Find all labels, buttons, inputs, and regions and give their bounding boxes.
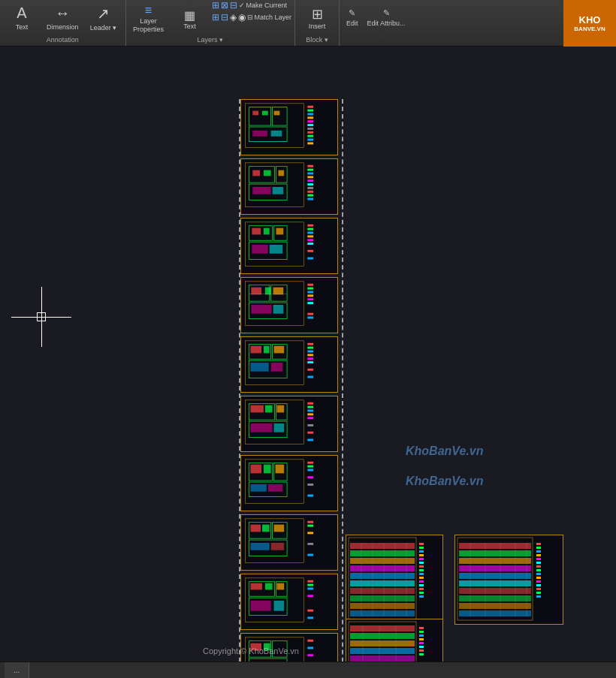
- svg-rect-115: [307, 438, 313, 441]
- svg-rect-121: [250, 465, 261, 474]
- sheet-6: [240, 396, 338, 452]
- svg-rect-104: [265, 405, 273, 413]
- canvas-area: KhoBanVe.vn KhoBanVe.vn Copyright © KhoB…: [0, 47, 616, 678]
- svg-rect-116: [242, 456, 337, 511]
- insert-label: Insert: [309, 23, 326, 30]
- svg-rect-16: [307, 120, 313, 122]
- svg-rect-246: [536, 573, 541, 575]
- svg-rect-53: [307, 224, 313, 227]
- svg-rect-34: [307, 169, 313, 171]
- svg-rect-229: [459, 588, 531, 594]
- svg-rect-145: [307, 543, 313, 545]
- svg-rect-78: [307, 313, 313, 315]
- svg-rect-129: [307, 476, 313, 478]
- svg-rect-48: [252, 228, 261, 235]
- svg-rect-206: [419, 543, 424, 545]
- leader-label: Leader ▾: [90, 24, 117, 32]
- svg-rect-213: [419, 569, 424, 571]
- bottom-sheet-2-drawing: [455, 535, 563, 625]
- layer-icon-6[interactable]: ◈: [230, 12, 237, 23]
- sheet-2-drawing: [241, 159, 337, 214]
- toolbar: A Text ↔ Dimension ↗ Leader ▾ Annotation: [0, 0, 616, 47]
- svg-rect-152: [250, 583, 262, 590]
- svg-rect-232: [459, 610, 531, 616]
- layer-icon-4[interactable]: ⊞: [212, 12, 219, 23]
- svg-rect-199: [350, 603, 415, 609]
- svg-rect-161: [307, 610, 313, 612]
- svg-rect-252: [536, 595, 541, 598]
- svg-rect-255: [350, 625, 415, 631]
- sheet-7: [240, 455, 338, 511]
- svg-rect-88: [250, 363, 268, 372]
- text-button[interactable]: A Text: [3, 0, 41, 37]
- svg-rect-220: [419, 595, 424, 598]
- svg-rect-271: [419, 646, 424, 648]
- layer-icon-7[interactable]: ◉: [238, 12, 246, 23]
- svg-rect-123: [276, 465, 285, 474]
- layer-icon-2[interactable]: ⊠: [221, 0, 228, 11]
- svg-rect-37: [307, 179, 313, 182]
- edit-button[interactable]: ✎ Edit: [343, 7, 362, 29]
- table-button[interactable]: ▦ Text: [171, 0, 209, 38]
- svg-rect-156: [274, 601, 285, 611]
- layers-section: ≡ LayerProperties ▦ Text ⊞ ⊠ ⊟ ✓ Make: [126, 0, 296, 46]
- svg-rect-94: [307, 357, 313, 360]
- watermark-1: KhoBanVe.vn: [406, 444, 483, 458]
- svg-rect-153: [265, 583, 273, 590]
- svg-rect-172: [307, 640, 313, 642]
- leader-button[interactable]: ↗ Leader ▾: [85, 0, 122, 37]
- svg-rect-197: [350, 588, 415, 594]
- sheet-3-drawing: [241, 218, 337, 273]
- svg-rect-69: [251, 305, 271, 314]
- layer-properties-icon: ≡: [145, 4, 152, 17]
- svg-rect-257: [350, 640, 415, 646]
- svg-rect-36: [307, 176, 313, 178]
- svg-rect-73: [307, 288, 313, 290]
- layer-properties-button[interactable]: ≡ LayerProperties: [129, 0, 168, 38]
- svg-rect-130: [307, 484, 313, 486]
- dimension-label: Dimension: [47, 23, 79, 31]
- svg-rect-249: [536, 584, 541, 586]
- svg-rect-143: [307, 525, 313, 527]
- svg-rect-256: [350, 633, 415, 639]
- svg-rect-40: [307, 191, 313, 193]
- svg-rect-15: [307, 116, 313, 119]
- sheet-9-drawing: [241, 574, 337, 629]
- svg-rect-56: [307, 235, 313, 237]
- layer-icon-3[interactable]: ⊟: [230, 0, 237, 11]
- insert-button[interactable]: ⊞ Insert: [298, 0, 336, 35]
- svg-rect-54: [307, 228, 313, 231]
- dimension-button[interactable]: ↔ Dimension: [42, 0, 83, 37]
- svg-rect-141: [271, 543, 285, 550]
- make-current-button[interactable]: ✓ Make Current: [239, 2, 288, 9]
- layer-icon-1[interactable]: ⊞: [212, 0, 219, 11]
- sheet-8-drawing: [241, 515, 337, 570]
- edit-attr-label: Edit Attribu...: [367, 20, 406, 27]
- svg-rect-124: [250, 484, 266, 492]
- svg-rect-240: [536, 550, 541, 553]
- svg-rect-75: [307, 294, 313, 297]
- layers-label: Layers ▾: [198, 36, 224, 44]
- svg-rect-270: [419, 642, 424, 644]
- edit-attributes-button[interactable]: ✎ Edit Attribu...: [364, 7, 409, 29]
- svg-rect-266: [419, 627, 424, 629]
- layer-icon-5[interactable]: ⊟: [221, 12, 228, 23]
- svg-rect-157: [307, 580, 313, 583]
- statusbar: ...: [0, 661, 616, 678]
- match-layer-label: Match Layer: [255, 14, 292, 21]
- svg-rect-42: [307, 198, 313, 200]
- svg-rect-137: [250, 525, 261, 532]
- svg-rect-228: [459, 580, 531, 586]
- layer-properties-label: LayerProperties: [133, 17, 164, 34]
- status-tab-1[interactable]: ...: [5, 662, 29, 679]
- svg-rect-142: [307, 521, 313, 523]
- svg-rect-57: [307, 239, 313, 241]
- text-icon: A: [17, 5, 26, 22]
- match-layer-button[interactable]: ⊟ Match Layer: [247, 14, 292, 21]
- svg-rect-155: [250, 601, 270, 611]
- svg-rect-109: [307, 406, 313, 408]
- svg-rect-32: [273, 187, 284, 194]
- svg-rect-93: [307, 354, 313, 356]
- svg-rect-200: [350, 610, 415, 616]
- svg-rect-33: [307, 165, 313, 167]
